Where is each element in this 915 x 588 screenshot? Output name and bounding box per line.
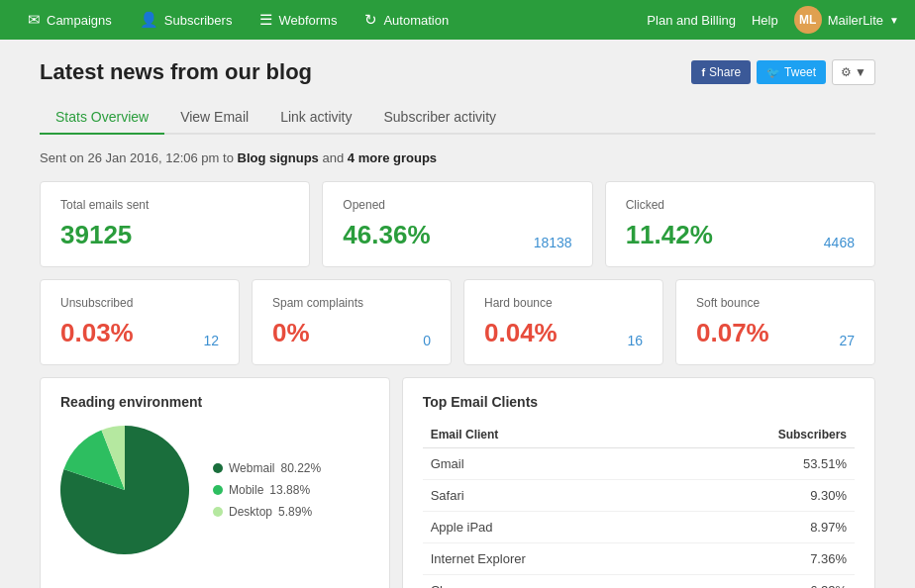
reading-env-title: Reading environment xyxy=(60,394,369,410)
nav-webforms[interactable]: ☰ Webforms xyxy=(248,0,349,40)
table-row: Gmail53.51% xyxy=(423,448,855,480)
mobile-dot xyxy=(213,485,223,495)
stat-count: 27 xyxy=(839,333,855,348)
settings-button[interactable]: ⚙ ▼ xyxy=(832,59,875,85)
nav-automation[interactable]: ↻ Automation xyxy=(353,0,460,40)
table-row: Apple iPad8.97% xyxy=(423,512,855,543)
stat-label: Spam complaints xyxy=(272,296,431,310)
client-name: Safari xyxy=(423,480,668,512)
help-link[interactable]: Help xyxy=(752,13,778,28)
nav-campaigns[interactable]: ✉ Campaigns xyxy=(16,0,124,40)
email-clients-title: Top Email Clients xyxy=(423,394,855,410)
legend-mobile: Mobile 13.88% xyxy=(213,483,321,497)
tab-view-email[interactable]: View Email xyxy=(164,101,264,135)
stat-count: 4468 xyxy=(824,235,855,250)
bottom-row: Reading environment Webmail 80.22% Mobil… xyxy=(40,377,875,588)
client-subscribers: 7.36% xyxy=(667,543,855,575)
stat-spam: Spam complaints 0% 0 xyxy=(252,279,452,365)
pie-legend: Webmail 80.22% Mobile 13.88% Desktop 5.8… xyxy=(213,461,321,519)
email-clients-card: Top Email Clients Email Client Subscribe… xyxy=(402,377,875,588)
stat-value: 0.04% xyxy=(484,318,558,348)
header-actions: f Share 🐦 Tweet ⚙ ▼ xyxy=(691,59,875,85)
stats-row-2: Unsubscribed 0.03% 12 Spam complaints 0%… xyxy=(40,279,875,365)
table-row: Internet Explorer7.36% xyxy=(423,543,855,575)
profile-menu[interactable]: ML MailerLite ▼ xyxy=(794,6,899,34)
pie-chart xyxy=(60,426,189,554)
col-subscribers-header: Subscribers xyxy=(667,422,855,448)
stat-count: 0 xyxy=(423,333,431,348)
stat-value: 39125 xyxy=(60,220,132,250)
twitter-icon: 🐦 xyxy=(766,66,780,79)
stat-soft-bounce: Soft bounce 0.07% 27 xyxy=(675,279,875,365)
nav-subscribers[interactable]: 👤 Subscribers xyxy=(128,0,245,40)
tweet-button[interactable]: 🐦 Tweet xyxy=(757,60,826,84)
client-name: Apple iPad xyxy=(423,512,668,543)
tab-stats-overview[interactable]: Stats Overview xyxy=(40,101,164,135)
stat-value: 46.36% xyxy=(343,220,430,250)
webmail-dot xyxy=(213,463,223,473)
desktop-dot xyxy=(213,507,223,517)
settings-caret-icon: ▼ xyxy=(855,65,866,79)
subscribers-icon: 👤 xyxy=(140,11,158,29)
stat-opened: Opened 46.36% 18138 xyxy=(322,181,592,267)
legend-webmail: Webmail 80.22% xyxy=(213,461,321,475)
stat-hard-bounce: Hard bounce 0.04% 16 xyxy=(463,279,663,365)
stat-value: 0% xyxy=(272,318,310,348)
plan-billing-link[interactable]: Plan and Billing xyxy=(647,13,736,28)
stat-label: Soft bounce xyxy=(696,296,855,310)
share-button[interactable]: f Share xyxy=(691,60,751,84)
sent-info: Sent on 26 Jan 2016, 12:06 pm to Blog si… xyxy=(40,150,875,165)
stat-value: 0.07% xyxy=(696,318,769,348)
stat-unsubscribed: Unsubscribed 0.03% 12 xyxy=(40,279,240,365)
stat-clicked: Clicked 11.42% 4468 xyxy=(605,181,875,267)
facebook-icon: f xyxy=(701,66,705,78)
gear-icon: ⚙ xyxy=(841,65,852,79)
stat-label: Opened xyxy=(343,198,571,212)
stat-total-emails: Total emails sent 39125 xyxy=(40,181,310,267)
email-clients-table: Email Client Subscribers Gmail53.51%Safa… xyxy=(423,422,855,588)
legend-desktop: Desktop 5.89% xyxy=(213,505,321,519)
col-client-header: Email Client xyxy=(423,422,668,448)
stat-count: 18138 xyxy=(534,235,572,250)
stat-count: 16 xyxy=(627,333,643,348)
automation-icon: ↻ xyxy=(364,11,377,29)
page-title: Latest news from our blog xyxy=(40,59,312,85)
stat-value: 11.42% xyxy=(626,220,713,250)
client-name: Internet Explorer xyxy=(423,543,668,575)
avatar: ML xyxy=(794,6,822,34)
webforms-icon: ☰ xyxy=(259,11,272,29)
campaigns-icon: ✉ xyxy=(28,11,41,29)
client-subscribers: 9.30% xyxy=(667,480,855,512)
stat-count: 12 xyxy=(203,333,219,348)
stat-label: Unsubscribed xyxy=(60,296,219,310)
stats-row-1: Total emails sent 39125 Opened 46.36% 18… xyxy=(40,181,875,267)
tab-subscriber-activity[interactable]: Subscriber activity xyxy=(368,101,513,135)
stat-label: Clicked xyxy=(626,198,855,212)
table-row: Chrome6.22% xyxy=(423,575,855,589)
stat-value: 0.03% xyxy=(60,318,134,348)
tab-link-activity[interactable]: Link activity xyxy=(264,101,367,135)
tab-bar: Stats Overview View Email Link activity … xyxy=(40,101,875,135)
reading-env-card: Reading environment Webmail 80.22% Mobil… xyxy=(40,377,390,588)
client-name: Chrome xyxy=(423,575,668,589)
client-subscribers: 53.51% xyxy=(667,448,855,480)
profile-name: MailerLite xyxy=(828,13,883,28)
profile-caret-icon: ▼ xyxy=(889,15,899,26)
client-subscribers: 6.22% xyxy=(667,575,855,589)
client-subscribers: 8.97% xyxy=(667,512,855,543)
table-row: Safari9.30% xyxy=(423,480,855,512)
client-name: Gmail xyxy=(423,448,668,480)
stat-label: Total emails sent xyxy=(60,198,289,212)
stat-label: Hard bounce xyxy=(484,296,643,310)
